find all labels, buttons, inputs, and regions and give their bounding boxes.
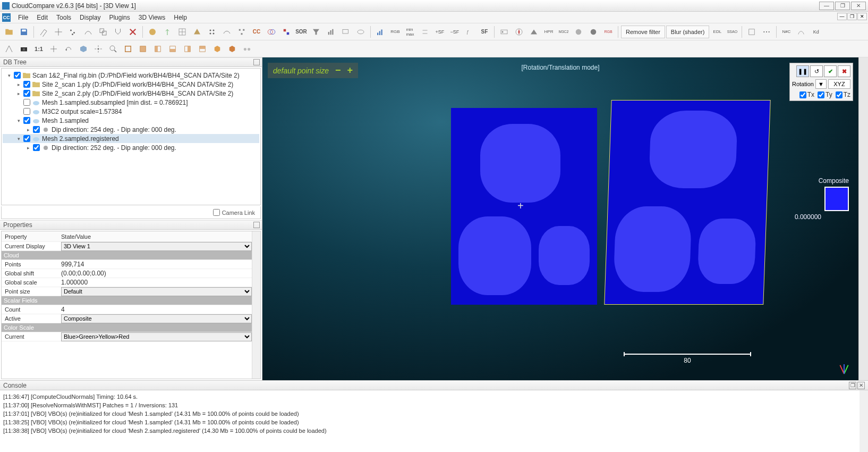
console-close-icon[interactable]: ✕ bbox=[857, 382, 865, 389]
mdi-close-icon[interactable]: ✕ bbox=[857, 13, 867, 20]
tool-sor-icon[interactable]: SOR bbox=[294, 25, 308, 39]
tool-ransac-icon[interactable] bbox=[586, 25, 600, 39]
prop-dropdown[interactable]: 3D View 1 bbox=[61, 242, 252, 251]
menu-display[interactable]: Display bbox=[75, 13, 105, 22]
iso-view-icon[interactable] bbox=[76, 42, 90, 56]
tool-clone-icon[interactable] bbox=[96, 25, 110, 39]
tree-arrow-icon[interactable]: ▸ bbox=[25, 127, 31, 132]
3d-viewport[interactable]: default point size − + [Rotation/Transla… bbox=[262, 57, 858, 380]
tool-facets-icon[interactable] bbox=[527, 25, 541, 39]
tool-label-icon[interactable] bbox=[339, 25, 353, 39]
tool-animation-icon[interactable] bbox=[497, 25, 511, 39]
open-icon[interactable] bbox=[2, 25, 16, 39]
view-iso2-icon[interactable] bbox=[225, 42, 239, 56]
tool-level-icon[interactable] bbox=[52, 25, 65, 39]
tool-mesh-icon[interactable] bbox=[190, 25, 204, 39]
rotation-xyz[interactable]: XYZ bbox=[828, 79, 850, 89]
rotation-dropdown[interactable]: ▼ bbox=[815, 79, 827, 89]
tree-row[interactable]: ▸Site 2_scan 1.ply (D:/PhD/Field work/BH… bbox=[3, 80, 259, 89]
tool-trace-icon[interactable] bbox=[81, 25, 95, 39]
tool-gradient-icon[interactable]: minmax bbox=[403, 25, 417, 39]
tree-row[interactable]: ▸Site 2_scan 2.ply (D:/PhD/Field work/BH… bbox=[3, 89, 259, 98]
dock-icon[interactable] bbox=[253, 222, 260, 228]
camera-icon[interactable] bbox=[17, 42, 31, 56]
view-bottom-icon[interactable] bbox=[195, 42, 209, 56]
tree-checkbox[interactable] bbox=[14, 72, 21, 79]
tree-checkbox[interactable] bbox=[23, 135, 30, 142]
prop-dropdown[interactable]: Default bbox=[61, 287, 252, 296]
menu-file[interactable]: File bbox=[14, 13, 32, 22]
reset-button[interactable]: ↺ bbox=[810, 65, 823, 77]
tool-histogram-icon[interactable] bbox=[373, 25, 387, 39]
tree-checkbox[interactable] bbox=[33, 126, 40, 133]
menu-tools[interactable]: Tools bbox=[52, 13, 75, 22]
tool-arithmetic-icon[interactable]: ƒ bbox=[463, 25, 476, 39]
console-scrollbar[interactable] bbox=[860, 390, 868, 452]
tool-merge-icon[interactable] bbox=[111, 25, 125, 39]
menu-help[interactable]: Help bbox=[169, 13, 191, 22]
pick-rotation-icon[interactable] bbox=[2, 42, 16, 56]
rotate-icon[interactable] bbox=[62, 42, 75, 56]
tool-canupo-icon[interactable] bbox=[745, 25, 759, 39]
tool-compass-icon[interactable] bbox=[512, 25, 526, 39]
right-scrollbar[interactable] bbox=[858, 57, 868, 380]
menu-edit[interactable]: Edit bbox=[32, 13, 52, 22]
ty-checkbox[interactable] bbox=[818, 91, 824, 98]
view-back-icon[interactable] bbox=[166, 42, 180, 56]
tree-row[interactable]: ▾Mesh 2.sampled.registered bbox=[3, 134, 259, 143]
tree-arrow-icon[interactable]: ▸ bbox=[15, 82, 22, 87]
tool-sample-icon[interactable] bbox=[205, 25, 219, 39]
tool-delete-icon[interactable] bbox=[126, 25, 140, 39]
console-output[interactable]: [11:36:47] [ComputeCloudNormals] Timing:… bbox=[0, 390, 860, 452]
tree-checkbox[interactable] bbox=[33, 144, 40, 151]
view-top-icon[interactable] bbox=[121, 42, 135, 56]
tz-checkbox[interactable] bbox=[836, 91, 843, 98]
console-dock-icon[interactable]: ❐ bbox=[849, 382, 856, 389]
minimize-button[interactable]: — bbox=[819, 2, 834, 10]
tree-row[interactable]: ▾Scan 1&2_Final rig.bin (D:/PhD/Field wo… bbox=[3, 71, 259, 80]
maximize-button[interactable]: ❐ bbox=[835, 2, 850, 10]
tree-arrow-icon[interactable]: ▸ bbox=[15, 91, 22, 96]
tool-pick-icon[interactable] bbox=[37, 25, 50, 39]
tool-colors-icon[interactable] bbox=[146, 25, 159, 39]
tool-edl-icon[interactable]: EDL bbox=[710, 25, 724, 39]
center-icon[interactable] bbox=[91, 42, 105, 56]
tree-checkbox[interactable] bbox=[23, 117, 30, 124]
tree-checkbox[interactable] bbox=[23, 81, 30, 88]
tool-hpr-icon[interactable]: HPR bbox=[542, 25, 556, 39]
point-size-plus[interactable]: + bbox=[347, 65, 353, 76]
global-zoom-icon[interactable] bbox=[106, 42, 120, 56]
tool-normals-icon[interactable] bbox=[160, 25, 174, 39]
tree-row[interactable]: ▾Mesh 1.sampled bbox=[3, 116, 259, 125]
tree-arrow-icon[interactable]: ▾ bbox=[15, 118, 22, 123]
tree-checkbox[interactable] bbox=[23, 99, 30, 106]
remove-filter-button[interactable]: Remove filter bbox=[621, 26, 665, 38]
tx-checkbox[interactable] bbox=[799, 91, 806, 98]
tool-cc-icon[interactable]: CC bbox=[250, 25, 263, 39]
tool-cork-icon[interactable]: ⋯ bbox=[760, 25, 773, 39]
prop-dropdown[interactable]: Composite bbox=[61, 314, 252, 323]
cancel-button[interactable]: ✖ bbox=[838, 65, 850, 77]
tool-register-icon[interactable] bbox=[265, 25, 278, 39]
tool-m3c2-icon[interactable]: M3C2 bbox=[557, 25, 571, 39]
view-front-icon[interactable] bbox=[136, 42, 150, 56]
dock-icon[interactable] bbox=[253, 59, 260, 65]
tool-poisson-icon[interactable] bbox=[794, 25, 808, 39]
menu-plugins[interactable]: Plugins bbox=[105, 13, 134, 22]
tool-octree-icon[interactable] bbox=[175, 25, 189, 39]
view-right-icon[interactable] bbox=[181, 42, 194, 56]
tree-row[interactable]: ▸Dip direction: 254 deg. - Dip angle: 00… bbox=[3, 125, 259, 134]
tree-arrow-icon[interactable]: ▾ bbox=[6, 73, 12, 78]
blur-shader-button[interactable]: Blur (shader) bbox=[666, 26, 710, 38]
close-button[interactable]: ✕ bbox=[851, 2, 866, 10]
tool-nc-icon[interactable]: N≠C bbox=[779, 25, 793, 39]
menu-3dviews[interactable]: 3D Views bbox=[134, 13, 169, 22]
tool-rgb-icon[interactable]: RGB bbox=[601, 25, 615, 39]
tool-sf-icon[interactable]: SF bbox=[478, 25, 491, 39]
tree-checkbox[interactable] bbox=[23, 108, 30, 115]
tool-ssao-icon[interactable]: SSAO bbox=[725, 25, 739, 39]
properties-scrollbar[interactable] bbox=[252, 231, 260, 379]
mdi-minimize-icon[interactable]: — bbox=[837, 13, 847, 20]
tool-smooth-icon[interactable] bbox=[220, 25, 234, 39]
prop-dropdown[interactable]: Blue>Green>Yellow>Red bbox=[61, 332, 252, 341]
